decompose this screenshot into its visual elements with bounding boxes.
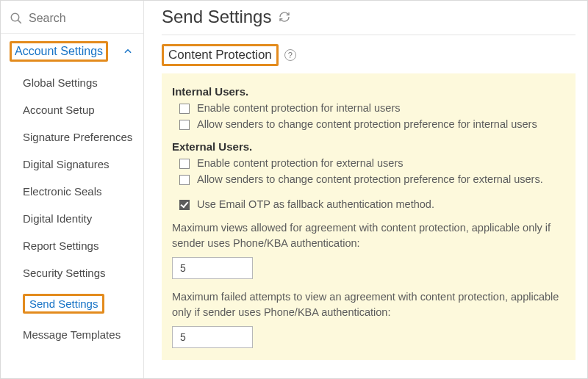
- external-users-heading: External Users.: [172, 140, 565, 153]
- checkbox-email-otp[interactable]: Use Email OTP as fallback authentication…: [179, 198, 565, 210]
- search-input[interactable]: [23, 11, 111, 26]
- nav-group-account-settings[interactable]: Account Settings: [1, 34, 143, 69]
- checkbox-allow-external[interactable]: Allow senders to change content protecti…: [179, 173, 565, 185]
- checkbox-icon: [179, 104, 190, 114]
- sidebar-item-label: Electronic Seals: [23, 185, 102, 198]
- max-failed-label: Maximum failed attempts to view an agree…: [172, 289, 565, 320]
- section-title: Content Protection: [162, 44, 279, 66]
- checkbox-icon: [179, 175, 190, 185]
- sidebar-item-global-settings[interactable]: Global Settings: [1, 69, 143, 96]
- sidebar-item-message-templates[interactable]: Message Templates: [1, 321, 143, 348]
- help-icon[interactable]: ?: [284, 49, 296, 61]
- checkbox-label: Use Email OTP as fallback authentication…: [197, 198, 434, 210]
- sidebar-item-label: Report Settings: [23, 239, 98, 252]
- sidebar-item-label: Security Settings: [23, 267, 106, 279]
- sidebar-item-digital-identity[interactable]: Digital Identity: [1, 205, 143, 232]
- search-box[interactable]: [1, 5, 143, 34]
- checkbox-enable-external[interactable]: Enable content protection for external u…: [179, 157, 565, 169]
- max-views-label: Maximum views allowed for agreement with…: [172, 220, 565, 251]
- section-header: Content Protection ?: [162, 35, 576, 73]
- sidebar-item-label: Send Settings: [23, 294, 104, 314]
- checkbox-icon: [179, 120, 190, 130]
- sidebar-item-report-settings[interactable]: Report Settings: [1, 232, 143, 259]
- sidebar-item-signature-preferences[interactable]: Signature Preferences: [1, 123, 143, 151]
- sidebar-item-account-setup[interactable]: Account Setup: [1, 96, 143, 123]
- checkbox-label: Enable content protection for internal u…: [197, 102, 400, 114]
- search-icon: [10, 12, 23, 25]
- svg-point-0: [11, 13, 19, 21]
- checkbox-label: Enable content protection for external u…: [197, 157, 404, 169]
- sidebar-item-electronic-seals[interactable]: Electronic Seals: [1, 178, 143, 205]
- main-content: Send Settings Content Protection ? Inter…: [144, 1, 588, 379]
- internal-users-heading: Internal Users.: [172, 85, 565, 98]
- checkbox-icon: [179, 200, 190, 210]
- sidebar-item-digital-signatures[interactable]: Digital Signatures: [1, 151, 143, 178]
- sidebar: Account Settings Global Settings Account…: [1, 1, 144, 379]
- sidebar-item-label: Account Setup: [23, 104, 95, 116]
- sidebar-item-label: Message Templates: [23, 328, 121, 341]
- sidebar-item-send-settings[interactable]: Send Settings: [1, 286, 143, 321]
- sidebar-item-label: Digital Identity: [23, 212, 92, 225]
- chevron-up-icon: [123, 46, 133, 57]
- svg-line-1: [18, 21, 21, 24]
- page-title: Send Settings: [162, 7, 271, 27]
- sidebar-item-label: Signature Preferences: [23, 131, 132, 143]
- checkbox-enable-internal[interactable]: Enable content protection for internal u…: [179, 102, 565, 114]
- sidebar-item-label: Digital Signatures: [23, 158, 110, 170]
- checkbox-label: Allow senders to change content protecti…: [197, 173, 543, 185]
- checkbox-allow-internal[interactable]: Allow senders to change content protecti…: [179, 118, 565, 130]
- checkbox-icon: [179, 159, 190, 169]
- max-views-input[interactable]: [172, 257, 253, 279]
- checkbox-label: Allow senders to change content protecti…: [197, 118, 537, 130]
- refresh-icon[interactable]: [279, 11, 290, 23]
- sidebar-item-label: Global Settings: [23, 76, 98, 89]
- nav-group-label: Account Settings: [10, 41, 108, 62]
- page-title-row: Send Settings: [162, 1, 576, 35]
- sidebar-item-security-settings[interactable]: Security Settings: [1, 259, 143, 286]
- max-failed-input[interactable]: [172, 326, 253, 348]
- content-protection-panel: Internal Users. Enable content protectio…: [162, 73, 576, 360]
